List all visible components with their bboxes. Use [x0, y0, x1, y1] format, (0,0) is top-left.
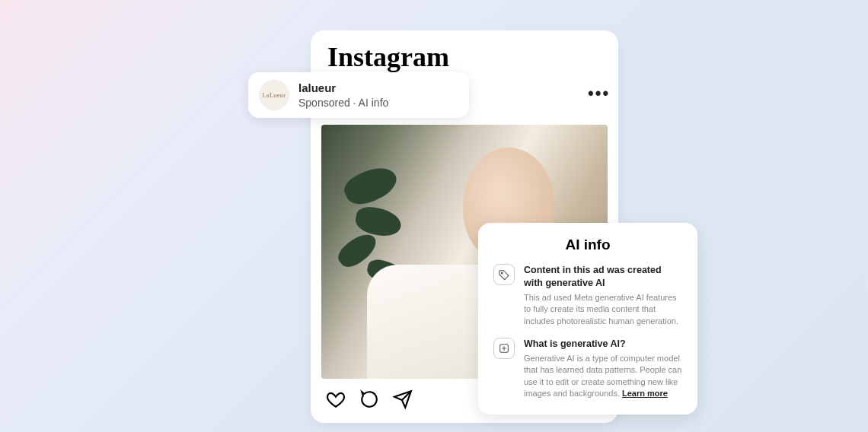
- section-body: This ad used Meta generative AI features…: [524, 292, 682, 327]
- ai-info-card: AI info Content in this ad was created w…: [478, 223, 697, 415]
- section-heading: Content in this ad was created with gene…: [524, 264, 682, 290]
- avatar[interactable]: LaLueur: [259, 80, 289, 110]
- generate-icon: [493, 338, 515, 359]
- username[interactable]: lalueur: [298, 81, 388, 96]
- ai-info-title: AI info: [493, 237, 682, 253]
- ai-info-section: Content in this ad was created with gene…: [493, 264, 682, 327]
- comment-icon[interactable]: [359, 389, 379, 409]
- learn-more-link[interactable]: Learn more: [622, 389, 668, 398]
- ai-info-section: What is generative AI? Generative AI is …: [493, 338, 682, 399]
- more-options-icon[interactable]: •••: [588, 84, 610, 103]
- section-body: Generative AI is a type of computer mode…: [524, 353, 682, 400]
- sponsored-ai-label[interactable]: Sponsored · AI info: [298, 96, 388, 110]
- like-icon[interactable]: [326, 389, 346, 409]
- share-icon[interactable]: [393, 389, 413, 409]
- section-heading: What is generative AI?: [524, 338, 682, 351]
- svg-point-0: [501, 272, 503, 274]
- profile-text: lalueur Sponsored · AI info: [298, 81, 388, 110]
- profile-bar[interactable]: LaLueur lalueur Sponsored · AI info: [248, 72, 469, 118]
- tag-icon: [493, 264, 515, 285]
